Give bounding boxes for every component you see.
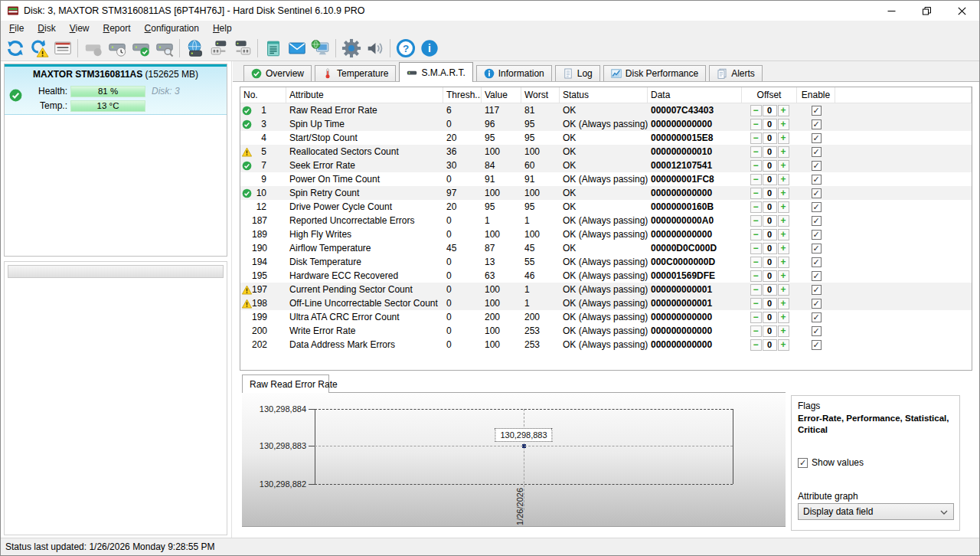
column-header-value[interactable]: Value <box>482 87 521 103</box>
offset-increase-button[interactable]: + <box>778 270 789 282</box>
tab-alerts[interactable]: Alerts <box>709 65 763 81</box>
tab-log[interactable]: Log <box>555 65 600 81</box>
disk-schedule-button[interactable] <box>105 38 129 60</box>
enable-checkbox[interactable]: ✓ <box>812 147 822 157</box>
offset-decrease-button[interactable]: − <box>750 160 762 172</box>
refresh-warning-button[interactable] <box>27 38 51 60</box>
offset-increase-button[interactable]: + <box>778 339 789 351</box>
offset-decrease-button[interactable]: − <box>750 339 762 351</box>
offset-decrease-button[interactable]: − <box>750 174 762 185</box>
enable-checkbox[interactable]: ✓ <box>812 312 822 322</box>
enable-checkbox[interactable]: ✓ <box>812 216 822 226</box>
table-row-attribute-187[interactable]: 187Reported Uncorrectable Errors011OK (A… <box>240 214 972 227</box>
column-header-thresh[interactable]: Thresh... <box>443 87 482 103</box>
tab-s-m-a-r-t[interactable]: S.M.A.R.T. <box>399 62 472 82</box>
offset-increase-button[interactable]: + <box>778 229 789 240</box>
enable-checkbox[interactable]: ✓ <box>812 326 822 336</box>
offset-increase-button[interactable]: + <box>778 215 789 227</box>
offset-decrease-button[interactable]: − <box>750 312 762 323</box>
connect-disk-button[interactable] <box>207 38 230 60</box>
enable-checkbox[interactable]: ✓ <box>812 299 822 309</box>
menu-item-help[interactable]: Help <box>206 21 239 35</box>
show-values-checkbox[interactable]: ✓ <box>798 458 808 468</box>
disk-action-button[interactable] <box>81 38 105 60</box>
menu-item-configuration[interactable]: Configuration <box>138 21 206 35</box>
table-row-attribute-198[interactable]: 198Off-Line Uncorrectable Sector Count01… <box>240 296 972 310</box>
table-row-attribute-194[interactable]: 194Disk Temperature01355OK (Always passi… <box>240 255 972 269</box>
restore-button[interactable] <box>909 1 944 21</box>
table-row-attribute-9[interactable]: 9Power On Time Count09191OK (Always pass… <box>240 172 972 186</box>
help-button[interactable]: ? <box>394 38 417 60</box>
attribute-graph-select[interactable]: Display data field <box>798 503 954 520</box>
network-disk-button[interactable] <box>183 38 207 60</box>
table-row-attribute-202[interactable]: 202Data Address Mark Errors0100253OK (Al… <box>240 338 972 352</box>
offset-decrease-button[interactable]: − <box>750 215 762 227</box>
tab-disk-performance[interactable]: Disk Performance <box>603 65 706 81</box>
enable-checkbox[interactable]: ✓ <box>812 340 822 350</box>
offset-increase-button[interactable]: + <box>778 119 789 130</box>
enable-checkbox[interactable]: ✓ <box>812 202 822 212</box>
offset-increase-button[interactable]: + <box>778 201 789 213</box>
column-header-status[interactable]: Status <box>560 87 648 103</box>
table-row-attribute-199[interactable]: 199Ultra ATA CRC Error Count0200200OK (A… <box>240 310 972 324</box>
notes-button[interactable] <box>261 38 285 60</box>
offset-decrease-button[interactable]: − <box>750 105 762 116</box>
offset-decrease-button[interactable]: − <box>750 201 762 213</box>
offset-increase-button[interactable]: + <box>778 132 789 144</box>
enable-checkbox[interactable]: ✓ <box>812 175 822 185</box>
offset-increase-button[interactable]: + <box>778 257 789 268</box>
disk-test-button[interactable] <box>129 38 152 60</box>
offset-decrease-button[interactable]: − <box>750 298 762 309</box>
table-row-attribute-4[interactable]: 4Start/Stop Count209595OK0000000015E8−0+… <box>240 131 972 145</box>
offset-decrease-button[interactable]: − <box>750 243 762 254</box>
sounds-button[interactable] <box>363 38 387 60</box>
table-row-attribute-197[interactable]: 197Current Pending Sector Count01001OK (… <box>240 283 972 296</box>
close-button[interactable] <box>944 1 979 21</box>
menu-item-file[interactable]: File <box>2 21 31 35</box>
table-row-attribute-1[interactable]: 1Raw Read Error Rate611781OK000007C43403… <box>240 103 972 117</box>
disk-list-item[interactable]: MAXTOR STM3160811AS (152625 MB) Health: … <box>5 64 227 115</box>
email-report-button[interactable] <box>285 38 309 60</box>
enable-checkbox[interactable]: ✓ <box>812 230 822 240</box>
tab-temperature[interactable]: Temperature <box>315 65 396 81</box>
tab-overview[interactable]: Overview <box>243 65 312 81</box>
enable-checkbox[interactable]: ✓ <box>812 244 822 253</box>
offset-increase-button[interactable]: + <box>778 312 789 323</box>
enable-checkbox[interactable]: ✓ <box>812 106 822 116</box>
offset-increase-button[interactable]: + <box>778 298 789 309</box>
column-header-enable[interactable]: Enable <box>797 87 835 103</box>
table-row-attribute-190[interactable]: 190Airflow Temperature458745OK00000D0C00… <box>240 241 972 255</box>
menu-item-disk[interactable]: Disk <box>31 21 62 35</box>
settings-button[interactable] <box>339 38 363 60</box>
offset-decrease-button[interactable]: − <box>750 325 762 337</box>
enable-checkbox[interactable]: ✓ <box>812 271 822 281</box>
enable-checkbox[interactable]: ✓ <box>812 285 822 295</box>
table-row-attribute-12[interactable]: 12Drive Power Cycle Count209595OK0000000… <box>240 200 972 214</box>
menu-item-view[interactable]: View <box>63 21 96 35</box>
offset-increase-button[interactable]: + <box>778 188 789 199</box>
offset-increase-button[interactable]: + <box>778 284 789 296</box>
graph-tab[interactable]: Raw Read Error Rate <box>242 374 329 393</box>
column-header-offset[interactable]: Offset <box>742 87 797 103</box>
disk-surface-test-button[interactable] <box>152 38 176 60</box>
offset-increase-button[interactable]: + <box>778 174 789 185</box>
enable-checkbox[interactable]: ✓ <box>812 133 822 143</box>
offset-increase-button[interactable]: + <box>778 160 789 172</box>
offset-increase-button[interactable]: + <box>778 325 789 337</box>
offset-increase-button[interactable]: + <box>778 243 789 254</box>
tab-information[interactable]: Information <box>476 65 552 81</box>
table-row-attribute-7[interactable]: 7Seek Error Rate308460OK000012107541−0+✓ <box>240 159 972 172</box>
offset-decrease-button[interactable]: − <box>750 119 762 130</box>
offset-decrease-button[interactable]: − <box>750 132 762 144</box>
offset-decrease-button[interactable]: − <box>750 270 762 282</box>
menu-item-report[interactable]: Report <box>96 21 138 35</box>
column-header-no[interactable]: No. <box>240 87 286 103</box>
enable-checkbox[interactable]: ✓ <box>812 188 822 198</box>
remote-monitoring-button[interactable] <box>309 38 332 60</box>
offset-decrease-button[interactable]: − <box>750 284 762 296</box>
offset-decrease-button[interactable]: − <box>750 146 762 158</box>
table-row-attribute-189[interactable]: 189High Fly Writes0100100OK (Always pass… <box>240 227 972 241</box>
offset-decrease-button[interactable]: − <box>750 257 762 268</box>
table-row-attribute-200[interactable]: 200Write Error Rate0100253OK (Always pas… <box>240 324 972 338</box>
offset-increase-button[interactable]: + <box>778 146 789 158</box>
